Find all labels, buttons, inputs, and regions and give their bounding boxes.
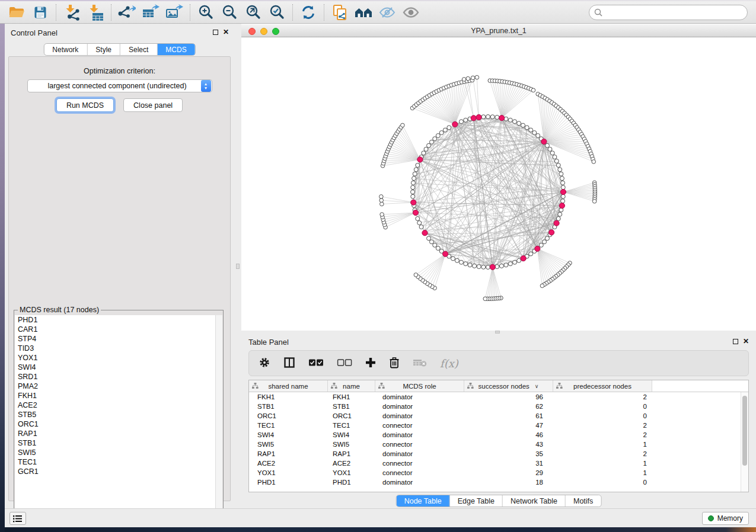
graph-node[interactable]: [416, 163, 420, 167]
graph-node[interactable]: [499, 264, 503, 268]
graph-leaf-node[interactable]: [483, 297, 487, 301]
column-header[interactable]: name: [328, 380, 375, 392]
graph-node[interactable]: [411, 190, 415, 194]
graph-leaf-node[interactable]: [531, 88, 535, 92]
graph-node[interactable]: [556, 163, 560, 167]
table-cell[interactable]: connector: [375, 468, 464, 477]
table-cell[interactable]: SWI4: [249, 430, 328, 440]
table-cell[interactable]: TEC1: [249, 421, 328, 430]
mcds-result-item[interactable]: TEC1: [15, 457, 215, 467]
table-cell[interactable]: ORC1: [249, 411, 328, 421]
table-cell[interactable]: 35: [464, 449, 553, 459]
graph-node[interactable]: [436, 133, 440, 137]
memory-button[interactable]: Memory: [702, 512, 749, 525]
mcds-list-scrollbar[interactable]: [215, 315, 222, 524]
tab-mcds[interactable]: MCDS: [157, 44, 194, 55]
table-cell[interactable]: connector: [375, 421, 464, 430]
graph-node[interactable]: [508, 262, 512, 266]
graph-hub-node[interactable]: [549, 230, 554, 235]
table-cell[interactable]: PHD1: [328, 477, 375, 487]
graph-node[interactable]: [558, 168, 562, 172]
graph-node[interactable]: [443, 128, 447, 132]
table-cell[interactable]: ACE2: [328, 459, 375, 468]
graph-leaf-node[interactable]: [380, 202, 384, 206]
graph-leaf-node[interactable]: [379, 198, 384, 203]
graph-leaf-node[interactable]: [380, 213, 384, 217]
graph-hub-node[interactable]: [471, 116, 476, 121]
show-columns-button[interactable]: [283, 357, 295, 370]
graph-node[interactable]: [459, 120, 463, 124]
graph-node[interactable]: [411, 185, 415, 190]
graph-node[interactable]: [550, 151, 554, 155]
table-cell[interactable]: 1: [553, 468, 652, 477]
table-row[interactable]: STB1STB1dominator620: [249, 402, 741, 411]
graph-node[interactable]: [495, 115, 499, 119]
table-cell[interactable]: dominator: [375, 402, 464, 411]
import-table-button[interactable]: [84, 3, 107, 22]
graph-leaf-node[interactable]: [379, 195, 384, 199]
graph-node[interactable]: [455, 258, 459, 262]
zoom-selected-button[interactable]: [265, 3, 289, 22]
graph-node[interactable]: [548, 147, 552, 151]
graph-hub-node[interactable]: [499, 116, 505, 121]
graph-hub-node[interactable]: [442, 251, 448, 257]
network-graph[interactable]: [241, 37, 756, 331]
mcds-result-item[interactable]: RAP1: [15, 429, 215, 438]
mcds-result-list[interactable]: PHD1CAR1STP4TID3YOX1SWI4SRD1PMA2FKH1ACE2…: [15, 315, 215, 524]
graph-node[interactable]: [447, 126, 451, 130]
graph-node[interactable]: [559, 172, 563, 176]
close-panel-icon[interactable]: ✕: [743, 337, 749, 345]
table-cell[interactable]: dominator: [375, 449, 464, 459]
table-cell[interactable]: SWI4: [328, 430, 375, 440]
deselect-all-checkbox-button[interactable]: [337, 358, 352, 368]
mcds-result-item[interactable]: STB1: [15, 438, 215, 448]
float-panel-icon[interactable]: [733, 339, 738, 344]
table-row[interactable]: PHD1PHD1dominator180: [249, 477, 741, 487]
graph-node[interactable]: [481, 115, 486, 119]
table-cell[interactable]: 43: [464, 440, 553, 449]
import-network-button[interactable]: [60, 3, 84, 22]
tab-network-table[interactable]: Network Table: [503, 495, 566, 507]
table-cell[interactable]: TEC1: [328, 421, 375, 430]
graph-leaf-node[interactable]: [466, 76, 470, 81]
graph-node[interactable]: [529, 128, 533, 132]
table-cell[interactable]: PHD1: [249, 477, 328, 487]
criterion-select[interactable]: largest connected component (undirected)…: [27, 79, 212, 92]
table-cell[interactable]: dominator: [375, 477, 464, 487]
table-cell[interactable]: dominator: [375, 392, 464, 402]
close-panel-button[interactable]: Close panel: [123, 98, 183, 112]
table-row[interactable]: RAP1RAP1dominator352: [249, 449, 741, 459]
first-neighbors-button[interactable]: [352, 3, 375, 22]
scrollbar-thumb[interactable]: [742, 396, 747, 466]
table-row[interactable]: TEC1TEC1connector472: [249, 421, 741, 430]
table-cell[interactable]: 2: [553, 430, 652, 440]
graph-hub-node[interactable]: [560, 189, 566, 194]
open-session-button[interactable]: [5, 3, 28, 22]
graph-hub-node[interactable]: [452, 121, 458, 127]
graph-node[interactable]: [556, 217, 560, 221]
graph-node[interactable]: [416, 217, 420, 221]
graph-leaf-node[interactable]: [592, 199, 596, 203]
mcds-result-item[interactable]: FKH1: [15, 391, 215, 400]
graph-leaf-node[interactable]: [462, 78, 466, 82]
graph-node[interactable]: [517, 258, 521, 262]
mcds-result-item[interactable]: STB5: [15, 410, 215, 419]
graph-node[interactable]: [429, 140, 433, 144]
graph-node[interactable]: [561, 181, 565, 185]
graph-hub-node[interactable]: [559, 203, 564, 209]
mcds-result-item[interactable]: ORC1: [15, 419, 215, 429]
table-cell[interactable]: 2: [553, 449, 652, 459]
graph-node[interactable]: [536, 133, 540, 137]
table-row[interactable]: ORC1ORC1dominator610: [249, 411, 741, 421]
run-mcds-button[interactable]: Run MCDS: [56, 98, 114, 112]
graph-node[interactable]: [521, 123, 525, 127]
graph-node[interactable]: [422, 151, 426, 155]
table-cell[interactable]: connector: [375, 459, 464, 468]
graph-node[interactable]: [495, 265, 499, 269]
mcds-result-item[interactable]: YOX1: [15, 353, 215, 363]
save-session-button[interactable]: [28, 3, 52, 22]
graph-node[interactable]: [504, 263, 508, 267]
graph-node[interactable]: [554, 159, 559, 163]
graph-node[interactable]: [553, 155, 557, 159]
graph-node[interactable]: [525, 126, 529, 130]
